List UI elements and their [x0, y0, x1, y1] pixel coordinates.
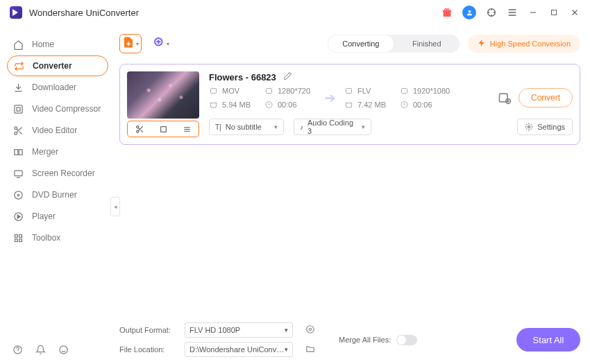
- app-title: Wondershare UniConverter: [29, 8, 139, 18]
- convert-button[interactable]: Convert: [519, 88, 573, 107]
- merger-icon: [12, 147, 24, 157]
- sidebar-item-label: Video Editor: [32, 125, 77, 135]
- file-card: Flowers - 66823 MOV 5.94 MB 1280*720 00:…: [119, 64, 580, 145]
- src-res: 1280*720: [278, 87, 310, 95]
- sidebar-item-editor[interactable]: Video Editor: [0, 120, 115, 141]
- support-icon[interactable]: [486, 7, 497, 18]
- bolt-icon: [478, 39, 486, 49]
- maximize-icon[interactable]: [548, 7, 559, 18]
- sidebar-item-player[interactable]: Player: [0, 206, 115, 227]
- sidebar-item-merger[interactable]: Merger: [0, 141, 115, 162]
- chevron-down-icon: ▾: [136, 41, 139, 47]
- add-url-button[interactable]: ▾: [150, 34, 172, 53]
- dst-res: 1920*1080: [413, 87, 450, 95]
- sidebar-item-downloader[interactable]: Downloader: [0, 77, 115, 98]
- chevron-down-icon: ▾: [167, 41, 169, 47]
- svg-rect-2: [14, 105, 22, 112]
- disc-icon: [12, 190, 24, 200]
- output-format-label: Output Format:: [119, 326, 178, 334]
- sidebar-item-dvd[interactable]: DVD Burner: [0, 184, 115, 205]
- sidebar: Home Converter Downloader Video Compress…: [0, 25, 115, 364]
- output-settings-icon[interactable]: [498, 91, 512, 105]
- output-format-select[interactable]: FLV HD 1080P▾: [185, 322, 293, 338]
- grid-icon: [12, 233, 24, 243]
- gift-icon[interactable]: [441, 7, 453, 18]
- subtitle-select[interactable]: T|No subtitle▾: [209, 119, 284, 135]
- src-dur: 00:06: [278, 101, 297, 109]
- svg-point-16: [60, 346, 67, 354]
- svg-point-9: [17, 194, 19, 196]
- feedback-icon[interactable]: [58, 345, 69, 357]
- collapse-sidebar-button[interactable]: ◂: [110, 197, 120, 216]
- sidebar-item-recorder[interactable]: Screen Recorder: [0, 163, 115, 184]
- svg-point-31: [307, 325, 314, 333]
- compressor-icon: [12, 104, 24, 114]
- sidebar-item-label: Downloader: [32, 83, 76, 92]
- svg-rect-25: [402, 89, 407, 94]
- svg-point-3: [14, 126, 17, 129]
- svg-rect-12: [19, 234, 22, 237]
- sidebar-item-converter[interactable]: Converter: [7, 55, 108, 76]
- settings-button[interactable]: Settings: [517, 119, 573, 135]
- audio-value: Audio Coding 3: [307, 119, 357, 135]
- dst-format: FLV: [357, 87, 371, 95]
- sidebar-item-toolbox[interactable]: Toolbox: [0, 227, 115, 248]
- svg-rect-6: [19, 149, 22, 155]
- src-size: 5.94 MB: [222, 101, 251, 109]
- file-location-value: D:\Wondershare UniConverter 1: [189, 345, 285, 354]
- sidebar-item-label: Player: [32, 211, 56, 221]
- open-folder-icon[interactable]: [305, 344, 315, 356]
- format-settings-icon[interactable]: [305, 324, 315, 336]
- merge-toggle[interactable]: [396, 335, 417, 345]
- crop-button[interactable]: [151, 121, 175, 137]
- svg-rect-11: [15, 234, 17, 237]
- audio-select[interactable]: ♪Audio Coding 3▾: [294, 119, 371, 135]
- tab-finished[interactable]: Finished: [394, 35, 460, 53]
- file-title: Flowers - 66823: [209, 72, 276, 83]
- file-location-select[interactable]: D:\Wondershare UniConverter 1▾: [185, 342, 293, 357]
- high-speed-toggle[interactable]: High Speed Conversion: [468, 35, 580, 53]
- recorder-icon: [12, 168, 24, 179]
- dst-dur: 00:06: [413, 101, 432, 109]
- converter-icon: [13, 61, 24, 71]
- svg-point-4: [14, 132, 17, 135]
- svg-rect-24: [346, 89, 352, 94]
- video-thumbnail[interactable]: [127, 71, 199, 119]
- sidebar-item-label: Toolbox: [32, 233, 60, 243]
- svg-rect-21: [211, 89, 217, 94]
- tab-converting[interactable]: Converting: [328, 35, 394, 52]
- close-icon[interactable]: [569, 7, 580, 18]
- user-avatar[interactable]: [462, 6, 476, 19]
- settings-label: Settings: [537, 123, 565, 131]
- scissors-icon: [12, 125, 24, 136]
- bell-icon[interactable]: [35, 345, 46, 357]
- effects-button[interactable]: [175, 121, 199, 137]
- subtitle-value: No subtitle: [226, 123, 262, 131]
- sidebar-item-compressor[interactable]: Video Compressor: [0, 98, 115, 119]
- output-format-value: FLV HD 1080P: [189, 326, 240, 334]
- svg-rect-1: [552, 10, 557, 15]
- add-url-icon: [153, 36, 165, 51]
- edit-title-icon[interactable]: [283, 71, 292, 83]
- sidebar-item-label: Merger: [32, 147, 58, 157]
- add-files-button[interactable]: ▾: [119, 34, 142, 53]
- svg-point-8: [14, 191, 22, 198]
- svg-rect-22: [267, 89, 272, 94]
- help-icon[interactable]: [12, 345, 23, 357]
- merge-label: Merge All Files:: [339, 336, 391, 344]
- sidebar-item-label: Home: [32, 40, 54, 49]
- menu-icon[interactable]: [507, 7, 518, 18]
- arrow-icon: ➔: [324, 89, 336, 106]
- sidebar-item-home[interactable]: Home: [0, 34, 115, 55]
- svg-rect-20: [160, 126, 166, 132]
- trim-button[interactable]: [128, 121, 151, 137]
- minimize-icon[interactable]: [528, 7, 539, 18]
- svg-point-30: [309, 328, 312, 331]
- tab-group: Converting Finished: [328, 35, 460, 53]
- sidebar-item-label: DVD Burner: [32, 190, 77, 200]
- svg-rect-5: [14, 149, 17, 155]
- svg-rect-13: [15, 239, 17, 241]
- sidebar-item-label: Screen Recorder: [32, 168, 95, 178]
- dst-size: 7.42 MB: [357, 101, 386, 109]
- start-all-button[interactable]: Start All: [516, 328, 580, 352]
